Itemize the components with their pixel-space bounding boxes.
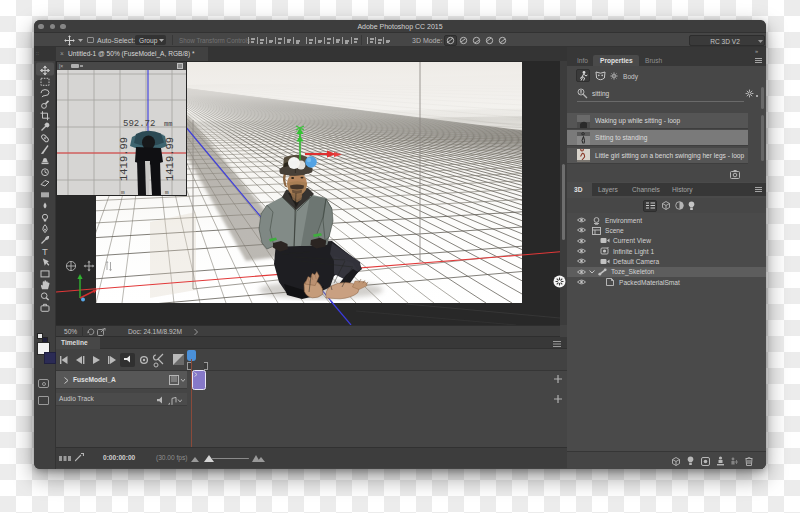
svg-text:1419.99: 1419.99 bbox=[164, 137, 176, 181]
svg-text:T: T bbox=[42, 246, 48, 257]
svg-text:1419.99: 1419.99 bbox=[118, 137, 130, 181]
svg-text:m: m bbox=[165, 189, 169, 195]
svg-text:mm: mm bbox=[164, 120, 172, 128]
svg-text:592.72: 592.72 bbox=[123, 119, 155, 129]
svg-text:m: m bbox=[121, 189, 125, 195]
